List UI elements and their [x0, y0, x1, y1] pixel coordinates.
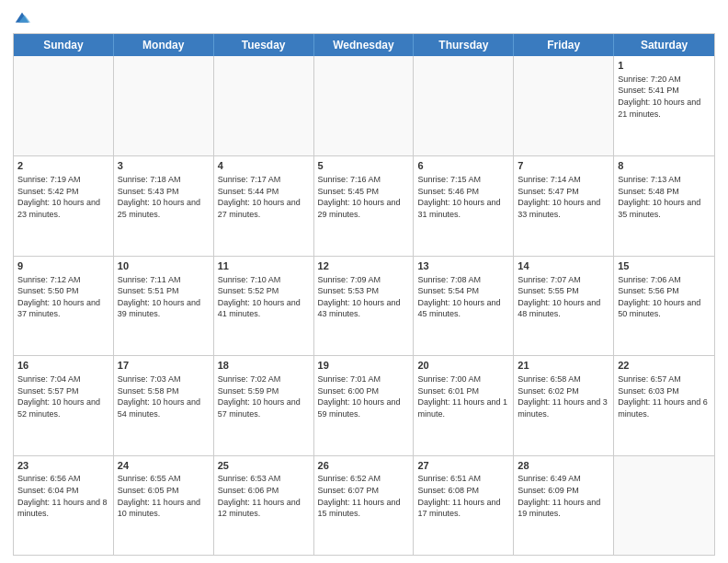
- day-cell-empty: [514, 56, 614, 155]
- day-info: Sunrise: 7:08 AM Sunset: 5:54 PM Dayligh…: [417, 274, 509, 320]
- day-header-thursday: Thursday: [414, 34, 514, 56]
- day-number: 9: [17, 259, 109, 273]
- day-number: 17: [118, 359, 210, 373]
- week-row-1: 1Sunrise: 7:20 AM Sunset: 5:41 PM Daylig…: [14, 56, 714, 155]
- day-info: Sunrise: 7:11 AM Sunset: 5:51 PM Dayligh…: [118, 274, 210, 320]
- day-number: 27: [417, 459, 509, 473]
- day-cell-23: 23Sunrise: 6:56 AM Sunset: 6:04 PM Dayli…: [14, 456, 114, 555]
- day-number: 10: [118, 259, 210, 273]
- day-info: Sunrise: 7:06 AM Sunset: 5:56 PM Dayligh…: [618, 274, 711, 320]
- day-info: Sunrise: 7:12 AM Sunset: 5:50 PM Dayligh…: [17, 274, 109, 320]
- day-info: Sunrise: 7:13 AM Sunset: 5:48 PM Dayligh…: [618, 174, 711, 220]
- day-cell-24: 24Sunrise: 6:55 AM Sunset: 6:05 PM Dayli…: [114, 456, 214, 555]
- day-headers: SundayMondayTuesdayWednesdayThursdayFrid…: [14, 34, 714, 56]
- day-number: 28: [518, 459, 609, 473]
- day-number: 3: [118, 159, 210, 173]
- day-info: Sunrise: 6:49 AM Sunset: 6:09 PM Dayligh…: [518, 473, 609, 519]
- day-cell-22: 22Sunrise: 6:57 AM Sunset: 6:03 PM Dayli…: [614, 356, 714, 454]
- day-cell-9: 9Sunrise: 7:12 AM Sunset: 5:50 PM Daylig…: [14, 257, 114, 355]
- day-number: 12: [318, 259, 410, 273]
- week-row-5: 23Sunrise: 6:56 AM Sunset: 6:04 PM Dayli…: [14, 455, 714, 555]
- day-cell-19: 19Sunrise: 7:01 AM Sunset: 6:00 PM Dayli…: [314, 356, 415, 454]
- day-info: Sunrise: 7:19 AM Sunset: 5:42 PM Dayligh…: [17, 174, 109, 220]
- day-cell-25: 25Sunrise: 6:53 AM Sunset: 6:06 PM Dayli…: [214, 456, 314, 555]
- day-header-wednesday: Wednesday: [314, 34, 415, 56]
- day-info: Sunrise: 7:18 AM Sunset: 5:43 PM Dayligh…: [118, 174, 210, 220]
- day-cell-4: 4Sunrise: 7:17 AM Sunset: 5:44 PM Daylig…: [214, 156, 314, 255]
- day-cell-5: 5Sunrise: 7:16 AM Sunset: 5:45 PM Daylig…: [314, 156, 415, 255]
- day-number: 2: [17, 159, 109, 173]
- logo-text: [13, 9, 30, 26]
- day-info: Sunrise: 7:17 AM Sunset: 5:44 PM Dayligh…: [218, 174, 310, 220]
- day-info: Sunrise: 7:10 AM Sunset: 5:52 PM Dayligh…: [218, 274, 310, 320]
- logo: [13, 9, 30, 26]
- day-cell-empty: [414, 56, 514, 155]
- day-number: 23: [17, 459, 109, 473]
- day-cell-2: 2Sunrise: 7:19 AM Sunset: 5:42 PM Daylig…: [14, 156, 114, 255]
- day-number: 6: [417, 159, 509, 173]
- day-cell-empty: [214, 56, 314, 155]
- day-cell-7: 7Sunrise: 7:14 AM Sunset: 5:47 PM Daylig…: [514, 156, 614, 255]
- day-header-monday: Monday: [114, 34, 214, 56]
- day-number: 11: [218, 259, 310, 273]
- day-info: Sunrise: 7:04 AM Sunset: 5:57 PM Dayligh…: [17, 373, 109, 419]
- day-info: Sunrise: 7:14 AM Sunset: 5:47 PM Dayligh…: [518, 174, 609, 220]
- day-number: 1: [618, 59, 711, 73]
- day-info: Sunrise: 6:58 AM Sunset: 6:02 PM Dayligh…: [518, 373, 609, 419]
- day-number: 13: [417, 259, 509, 273]
- day-info: Sunrise: 6:57 AM Sunset: 6:03 PM Dayligh…: [618, 373, 711, 419]
- day-number: 8: [618, 159, 711, 173]
- day-number: 19: [318, 359, 410, 373]
- day-cell-26: 26Sunrise: 6:52 AM Sunset: 6:07 PM Dayli…: [314, 456, 415, 555]
- week-row-2: 2Sunrise: 7:19 AM Sunset: 5:42 PM Daylig…: [14, 155, 714, 255]
- day-number: 25: [218, 459, 310, 473]
- header: [13, 9, 715, 26]
- day-number: 18: [218, 359, 310, 373]
- day-number: 26: [318, 459, 410, 473]
- day-number: 5: [318, 159, 410, 173]
- day-number: 21: [518, 359, 609, 373]
- day-header-tuesday: Tuesday: [214, 34, 314, 56]
- day-info: Sunrise: 6:56 AM Sunset: 6:04 PM Dayligh…: [17, 473, 109, 519]
- day-info: Sunrise: 7:00 AM Sunset: 6:01 PM Dayligh…: [417, 373, 509, 419]
- day-cell-3: 3Sunrise: 7:18 AM Sunset: 5:43 PM Daylig…: [114, 156, 214, 255]
- day-cell-13: 13Sunrise: 7:08 AM Sunset: 5:54 PM Dayli…: [414, 257, 514, 355]
- day-cell-14: 14Sunrise: 7:07 AM Sunset: 5:55 PM Dayli…: [514, 257, 614, 355]
- day-cell-empty: [614, 456, 714, 555]
- day-number: 15: [618, 259, 711, 273]
- day-info: Sunrise: 6:52 AM Sunset: 6:07 PM Dayligh…: [318, 473, 410, 519]
- day-number: 20: [417, 359, 509, 373]
- day-info: Sunrise: 6:51 AM Sunset: 6:08 PM Dayligh…: [417, 473, 509, 519]
- day-cell-empty: [14, 56, 114, 155]
- day-number: 16: [17, 359, 109, 373]
- day-number: 7: [518, 159, 609, 173]
- day-cell-10: 10Sunrise: 7:11 AM Sunset: 5:51 PM Dayli…: [114, 257, 214, 355]
- day-info: Sunrise: 7:07 AM Sunset: 5:55 PM Dayligh…: [518, 274, 609, 320]
- day-cell-1: 1Sunrise: 7:20 AM Sunset: 5:41 PM Daylig…: [614, 56, 714, 155]
- calendar: SundayMondayTuesdayWednesdayThursdayFrid…: [13, 33, 715, 556]
- day-number: 4: [218, 159, 310, 173]
- day-info: Sunrise: 6:53 AM Sunset: 6:06 PM Dayligh…: [218, 473, 310, 519]
- day-cell-17: 17Sunrise: 7:03 AM Sunset: 5:58 PM Dayli…: [114, 356, 214, 454]
- day-cell-27: 27Sunrise: 6:51 AM Sunset: 6:08 PM Dayli…: [414, 456, 514, 555]
- day-cell-15: 15Sunrise: 7:06 AM Sunset: 5:56 PM Dayli…: [614, 257, 714, 355]
- day-info: Sunrise: 7:01 AM Sunset: 6:00 PM Dayligh…: [318, 373, 410, 419]
- day-header-sunday: Sunday: [14, 34, 114, 56]
- day-cell-28: 28Sunrise: 6:49 AM Sunset: 6:09 PM Dayli…: [514, 456, 614, 555]
- day-cell-11: 11Sunrise: 7:10 AM Sunset: 5:52 PM Dayli…: [214, 257, 314, 355]
- day-info: Sunrise: 7:16 AM Sunset: 5:45 PM Dayligh…: [318, 174, 410, 220]
- day-cell-6: 6Sunrise: 7:15 AM Sunset: 5:46 PM Daylig…: [414, 156, 514, 255]
- day-info: Sunrise: 7:03 AM Sunset: 5:58 PM Dayligh…: [118, 373, 210, 419]
- day-cell-empty: [114, 56, 214, 155]
- logo-icon: [14, 9, 30, 26]
- day-cell-16: 16Sunrise: 7:04 AM Sunset: 5:57 PM Dayli…: [14, 356, 114, 454]
- day-header-friday: Friday: [514, 34, 614, 56]
- day-number: 24: [118, 459, 210, 473]
- day-cell-empty: [314, 56, 415, 155]
- week-row-3: 9Sunrise: 7:12 AM Sunset: 5:50 PM Daylig…: [14, 256, 714, 355]
- day-info: Sunrise: 7:09 AM Sunset: 5:53 PM Dayligh…: [318, 274, 410, 320]
- day-header-saturday: Saturday: [614, 34, 714, 56]
- day-cell-21: 21Sunrise: 6:58 AM Sunset: 6:02 PM Dayli…: [514, 356, 614, 454]
- day-info: Sunrise: 7:02 AM Sunset: 5:59 PM Dayligh…: [218, 373, 310, 419]
- day-cell-18: 18Sunrise: 7:02 AM Sunset: 5:59 PM Dayli…: [214, 356, 314, 454]
